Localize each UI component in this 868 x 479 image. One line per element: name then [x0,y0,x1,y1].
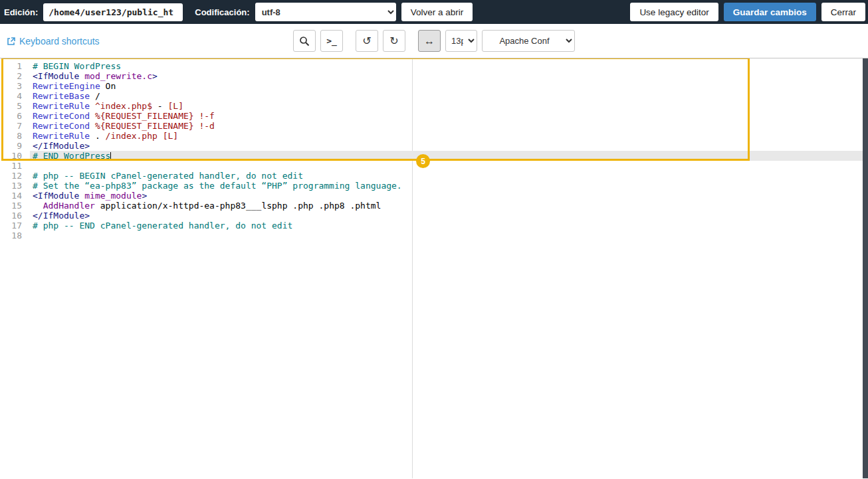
encoding-select[interactable]: utf-8 [255,3,396,21]
terminal-icon: >_ [326,36,337,46]
reopen-button[interactable]: Volver a abrir [401,3,473,21]
line-number: 10 [0,151,30,161]
search-button[interactable] [293,30,316,52]
line-number: 16 [0,211,30,221]
toolbar-controls: >_ ↺ ↻ ↔ 13px Apache Conf [293,30,575,52]
editor-line[interactable]: 6RewriteCond %{REQUEST_FILENAME} !-f [0,111,868,121]
file-path-input[interactable] [43,3,183,21]
close-button[interactable]: Cerrar [821,3,865,21]
editor-line[interactable]: 5RewriteRule ^index.php$ - [L] [0,101,868,111]
keyboard-shortcuts-link[interactable]: Keyboard shortcuts [7,24,100,58]
editor-lines: 1# BEGIN WordPress2<IfModule mod_rewrite… [0,58,868,240]
editor-line[interactable]: 18 [0,231,868,240]
line-code [30,161,863,171]
line-code [30,231,863,240]
line-number: 2 [0,71,30,81]
text-cursor [110,152,111,160]
font-size-select[interactable]: 13px [445,30,477,52]
line-code: # php -- END cPanel-generated handler, d… [30,221,863,231]
horizontal-arrows-icon: ↔ [424,35,435,47]
undo-button[interactable]: ↺ [356,30,378,52]
line-code: <IfModule mod_rewrite.c> [30,71,863,81]
line-number: 12 [0,171,30,181]
editor-line[interactable]: 17# php -- END cPanel-generated handler,… [0,221,868,231]
undo-icon: ↺ [362,35,371,47]
line-code: RewriteBase / [30,91,863,101]
search-icon [299,36,310,47]
line-number: 4 [0,91,30,101]
save-button[interactable]: Guardar cambios [724,3,816,21]
editor-line[interactable]: 12# php -- BEGIN cPanel-generated handle… [0,171,868,181]
line-code: # BEGIN WordPress [30,61,863,71]
line-number: 7 [0,121,30,131]
line-code: <IfModule mime_module> [30,191,863,201]
terminal-button[interactable]: >_ [320,30,343,52]
encoding-label: Codificación: [195,7,249,17]
editor-line[interactable]: 10# END WordPress [0,151,868,161]
code-editor[interactable]: 1# BEGIN WordPress2<IfModule mod_rewrite… [0,58,868,478]
line-code: RewriteEngine On [30,81,863,91]
editor-toolbar: Keyboard shortcuts >_ ↺ ↻ ↔ 13px Apache … [0,24,868,58]
line-number: 14 [0,191,30,201]
syntax-select[interactable]: Apache Conf [482,30,575,52]
redo-button[interactable]: ↻ [383,30,405,52]
line-code: RewriteCond %{REQUEST_FILENAME} !-f [30,111,863,121]
line-number: 18 [0,231,30,240]
external-link-icon [7,37,16,46]
line-code: </IfModule> [30,141,863,151]
editor-line[interactable]: 11 [0,161,868,171]
line-number: 1 [0,61,30,71]
line-number: 8 [0,131,30,141]
line-code: AddHandler application/x-httpd-ea-php83_… [30,201,863,211]
line-code: # php -- BEGIN cPanel-generated handler,… [30,171,863,181]
editor-scrollbar[interactable] [863,58,868,478]
line-number: 11 [0,161,30,171]
editor-line[interactable]: 4RewriteBase / [0,91,868,101]
editor-line[interactable]: 13# Set the “ea-php83” package as the de… [0,181,868,191]
edit-label: Edición: [4,7,38,17]
line-number: 15 [0,201,30,211]
line-code: RewriteRule ^index.php$ - [L] [30,101,863,111]
line-number: 13 [0,181,30,191]
annotation-badge: 5 [416,154,430,168]
editor-line[interactable]: 9</IfModule> [0,141,868,151]
editor-line[interactable]: 7RewriteCond %{REQUEST_FILENAME} !-d [0,121,868,131]
editor-line[interactable]: 1# BEGIN WordPress [0,61,868,71]
line-number: 3 [0,81,30,91]
line-number: 17 [0,221,30,231]
editor-line[interactable]: 8RewriteRule . /index.php [L] [0,131,868,141]
keyboard-shortcuts-label: Keyboard shortcuts [19,36,100,47]
line-code: </IfModule> [30,211,863,221]
line-number: 5 [0,101,30,111]
line-number: 6 [0,111,30,121]
editor-line[interactable]: 15 AddHandler application/x-httpd-ea-php… [0,201,868,211]
line-number: 9 [0,141,30,151]
line-code: RewriteRule . /index.php [L] [30,131,863,141]
editor-line[interactable]: 14<IfModule mime_module> [0,191,868,201]
word-wrap-button[interactable]: ↔ [418,30,441,52]
line-code: # Set the “ea-php83” package as the defa… [30,181,863,191]
editor-line[interactable]: 16</IfModule> [0,211,868,221]
legacy-editor-button[interactable]: Use legacy editor [630,3,718,21]
line-code: # END WordPress [30,151,863,161]
redo-icon: ↻ [389,35,398,47]
editor-line[interactable]: 2<IfModule mod_rewrite.c> [0,71,868,81]
line-code: RewriteCond %{REQUEST_FILENAME} !-d [30,121,863,131]
top-header-bar: Edición: Codificación: utf-8 Volver a ab… [0,0,868,24]
editor-line[interactable]: 3RewriteEngine On [0,81,868,91]
